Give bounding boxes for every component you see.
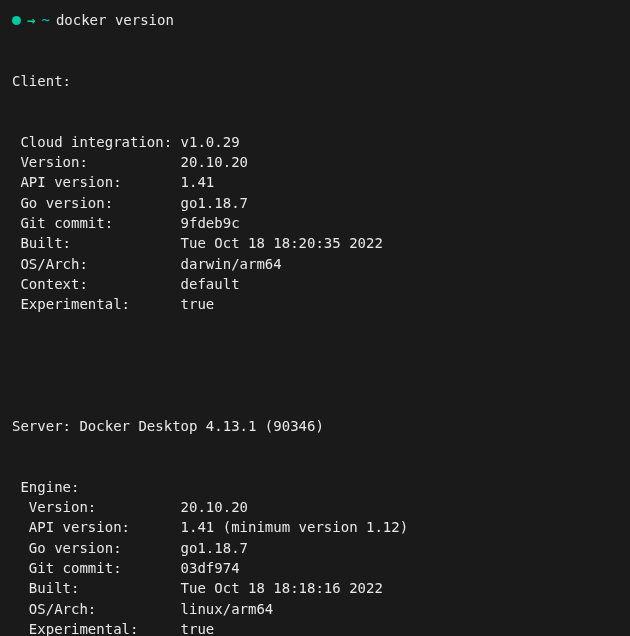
client-row: Built: Tue Oct 18 18:20:35 2022 — [12, 233, 618, 253]
field-label: Built: — [12, 233, 181, 253]
server-row: API version: 1.41 (minimum version 1.12) — [12, 517, 618, 537]
client-row: Cloud integration: v1.0.29 — [12, 132, 618, 152]
field-value: 20.10.20 — [181, 497, 248, 517]
field-value: 03df974 — [181, 558, 240, 578]
field-label: Version: — [12, 152, 181, 172]
client-row: API version: 1.41 — [12, 172, 618, 192]
field-value: default — [181, 274, 240, 294]
field-value: 1.41 — [181, 172, 215, 192]
field-value: 9fdeb9c — [181, 213, 240, 233]
client-row: Git commit: 9fdeb9c — [12, 213, 618, 233]
field-label: API version: — [12, 517, 181, 537]
command-text: docker version — [56, 10, 174, 30]
field-label: OS/Arch: — [12, 599, 181, 619]
field-value: 1.41 (minimum version 1.12) — [181, 517, 409, 537]
client-row: Go version: go1.18.7 — [12, 193, 618, 213]
field-label: Git commit: — [12, 558, 181, 578]
server-row: Built: Tue Oct 18 18:18:16 2022 — [12, 578, 618, 598]
client-row: Version: 20.10.20 — [12, 152, 618, 172]
server-row: Experimental: true — [12, 619, 618, 636]
server-row: Version: 20.10.20 — [12, 497, 618, 517]
client-header: Client: — [12, 71, 618, 91]
field-value: Tue Oct 18 18:20:35 2022 — [181, 233, 383, 253]
field-value: 20.10.20 — [181, 152, 248, 172]
prompt-arrow-icon: → — [27, 10, 35, 30]
field-value: v1.0.29 — [181, 132, 240, 152]
status-dot-icon — [12, 16, 21, 25]
field-value: darwin/arm64 — [181, 254, 282, 274]
field-value: go1.18.7 — [181, 538, 248, 558]
field-value: true — [181, 619, 215, 636]
field-value: go1.18.7 — [181, 193, 248, 213]
field-label: Context: — [12, 274, 181, 294]
field-label: Experimental: — [12, 619, 181, 636]
terminal-output: Client: Cloud integration: v1.0.29 Versi… — [12, 30, 618, 636]
field-label: Go version: — [12, 538, 181, 558]
server-section-header: Engine: — [12, 477, 618, 497]
field-label: Go version: — [12, 193, 181, 213]
server-header: Server: Docker Desktop 4.13.1 (90346) — [12, 416, 618, 436]
field-label: Built: — [12, 578, 181, 598]
prompt-line[interactable]: → ~ docker version — [12, 10, 618, 30]
field-label: Version: — [12, 497, 181, 517]
field-label: Cloud integration: — [12, 132, 181, 152]
field-label: Git commit: — [12, 213, 181, 233]
field-label: OS/Arch: — [12, 254, 181, 274]
field-value: Tue Oct 18 18:18:16 2022 — [181, 578, 383, 598]
field-value: true — [181, 294, 215, 314]
field-label: API version: — [12, 172, 181, 192]
server-row: OS/Arch: linux/arm64 — [12, 599, 618, 619]
field-value: linux/arm64 — [181, 599, 274, 619]
client-row: Context: default — [12, 274, 618, 294]
server-row: Go version: go1.18.7 — [12, 538, 618, 558]
client-row: OS/Arch: darwin/arm64 — [12, 254, 618, 274]
client-row: Experimental: true — [12, 294, 618, 314]
server-row: Git commit: 03df974 — [12, 558, 618, 578]
field-label: Experimental: — [12, 294, 181, 314]
prompt-cwd: ~ — [41, 10, 49, 30]
